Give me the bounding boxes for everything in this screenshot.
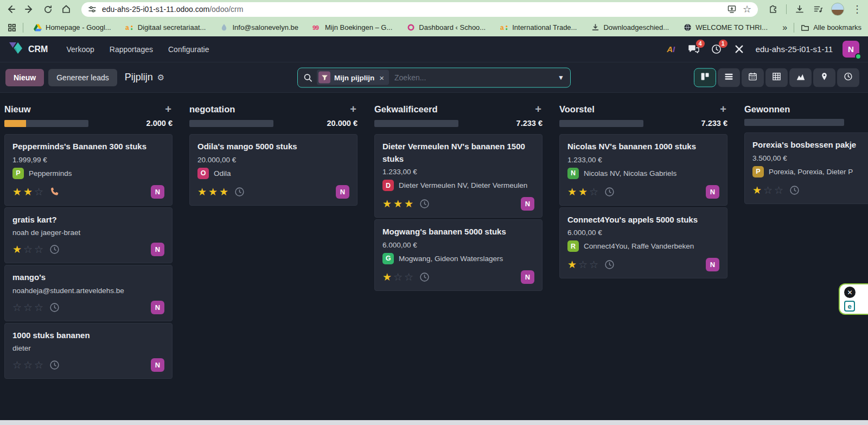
kanban-card[interactable]: Mogwang's bananen 5000 stuks 6.000,00 € … [374, 219, 542, 291]
downloads-icon[interactable] [794, 4, 805, 15]
eset-close-icon[interactable]: ✕ [844, 287, 856, 298]
kanban-card[interactable]: 1000 stuks bananen dieter ☆☆☆ N [4, 323, 173, 379]
search-bar[interactable]: Mijn pijplijn × Zoeken... ▼ [297, 67, 571, 87]
star-filled-icon[interactable]: ★ [12, 187, 22, 197]
home-icon[interactable] [61, 4, 72, 15]
clock-icon[interactable] [789, 185, 800, 195]
reload-icon[interactable] [42, 4, 53, 15]
star-empty-icon[interactable]: ☆ [578, 259, 588, 270]
add-record-icon[interactable]: + [720, 104, 726, 115]
profile-avatar[interactable] [831, 3, 844, 16]
star-filled-icon[interactable]: ★ [382, 272, 392, 282]
star-empty-icon[interactable]: ☆ [12, 360, 22, 370]
kanban-card[interactable]: Pepperminds's Bananen 300 stuks 1.999,99… [4, 134, 173, 206]
all-bookmarks-button[interactable]: Alle bookmarks [801, 23, 861, 32]
priority-stars[interactable]: ☆☆☆ [12, 302, 43, 313]
kanban-card[interactable]: mango's noahdeja@student.arteveldehs.be … [4, 265, 173, 321]
salesperson-avatar[interactable]: N [151, 185, 164, 199]
star-empty-icon[interactable]: ☆ [12, 302, 22, 313]
star-filled-icon[interactable]: ★ [752, 185, 762, 195]
search-placeholder[interactable]: Zoeken... [394, 73, 552, 82]
menu-kebab-icon[interactable]: ⋮ [852, 4, 863, 15]
priority-stars[interactable]: ☆☆☆ [12, 360, 43, 370]
bookmark-item[interactable]: Homepage - Googl... [33, 23, 111, 32]
star-empty-icon[interactable]: ☆ [763, 185, 773, 195]
clock-icon[interactable] [419, 199, 430, 209]
view-activity-button[interactable] [837, 68, 859, 87]
bookmark-item[interactable]: 99 Mijn Boekingen – G... [312, 23, 392, 32]
messages-icon[interactable]: 4 [687, 43, 700, 56]
forward-icon[interactable] [24, 4, 35, 15]
activities-icon[interactable]: 1 [710, 43, 723, 56]
column-progressbar[interactable] [744, 119, 844, 126]
back-icon[interactable] [5, 4, 16, 15]
bookmark-item[interactable]: Dashboard ‹ Schoo... [406, 23, 486, 32]
salesperson-avatar[interactable]: N [151, 243, 164, 256]
generate-leads-button[interactable]: Genereer leads [48, 69, 117, 86]
priority-stars[interactable]: ★☆☆ [567, 259, 598, 270]
filter-remove-icon[interactable]: × [378, 73, 385, 82]
kanban-card[interactable]: gratis kart? noah de jaeger-braet ★☆☆ N [4, 207, 173, 264]
star-empty-icon[interactable]: ☆ [774, 185, 783, 195]
bookmark-item[interactable]: WELCOME TO THRI... [683, 23, 768, 32]
tools-icon[interactable] [733, 43, 746, 56]
phone-icon[interactable] [49, 187, 60, 197]
view-pivot-button[interactable] [765, 68, 788, 87]
clock-icon[interactable] [604, 187, 615, 197]
star-empty-icon[interactable]: ☆ [34, 244, 43, 255]
address-bar[interactable]: edu-ahs-25-i01-s1-11.odoo.com/odoo/crm ☆ [81, 2, 758, 17]
priority-stars[interactable]: ★☆☆ [752, 185, 783, 195]
star-filled-icon[interactable]: ★ [23, 187, 33, 197]
salesperson-avatar[interactable]: N [151, 301, 164, 314]
star-empty-icon[interactable]: ☆ [34, 187, 43, 197]
column-progressbar[interactable] [189, 120, 273, 127]
priority-stars[interactable]: ★★☆ [567, 187, 598, 197]
star-empty-icon[interactable]: ☆ [393, 272, 403, 282]
bookmark-item[interactable]: a Digitaal secretariaat... [125, 23, 206, 32]
star-empty-icon[interactable]: ☆ [23, 244, 33, 255]
view-map-button[interactable] [813, 68, 835, 87]
salesperson-avatar[interactable]: N [151, 358, 164, 372]
nav-menu-verkoop[interactable]: Verkoop [66, 45, 94, 54]
horizontal-scrollbar[interactable] [0, 420, 868, 425]
column-progressbar[interactable] [559, 120, 643, 127]
extensions-icon[interactable] [768, 4, 778, 15]
search-dropdown-toggle[interactable]: ▼ [552, 68, 570, 87]
add-record-icon[interactable]: + [350, 104, 356, 115]
priority-stars[interactable]: ★★★ [197, 187, 228, 197]
view-graph-button[interactable] [789, 68, 812, 87]
star-filled-icon[interactable]: ★ [219, 187, 228, 197]
salesperson-avatar[interactable]: N [521, 270, 534, 284]
salesperson-avatar[interactable]: N [706, 258, 719, 271]
database-name[interactable]: edu-ahs-25-i01-s1-11 [756, 45, 833, 54]
salesperson-avatar[interactable]: N [336, 185, 349, 199]
new-button[interactable]: Nieuw [5, 69, 44, 86]
star-filled-icon[interactable]: ★ [197, 187, 207, 197]
star-filled-icon[interactable]: ★ [404, 199, 413, 209]
clock-icon[interactable] [234, 187, 245, 197]
user-avatar[interactable]: N [843, 41, 859, 58]
priority-stars[interactable]: ★★★ [382, 199, 413, 209]
star-empty-icon[interactable]: ☆ [34, 302, 43, 313]
bookmark-item[interactable]: Info@salonevelyn.be [220, 23, 298, 32]
bookmark-item[interactable]: a International Trade... [500, 23, 577, 32]
priority-stars[interactable]: ★★☆ [12, 187, 43, 197]
gear-icon[interactable]: ⚙ [157, 73, 164, 83]
star-filled-icon[interactable]: ★ [567, 259, 577, 270]
bookmark-star-icon[interactable]: ☆ [742, 4, 752, 15]
bookmark-item[interactable]: Downloadgeschied... [591, 23, 669, 32]
view-list-button[interactable] [718, 68, 740, 87]
site-settings-icon[interactable] [87, 4, 98, 15]
star-empty-icon[interactable]: ☆ [589, 259, 598, 270]
salesperson-avatar[interactable]: N [706, 185, 719, 199]
star-filled-icon[interactable]: ★ [567, 187, 577, 197]
priority-stars[interactable]: ★☆☆ [12, 244, 43, 255]
view-kanban-button[interactable] [694, 68, 716, 87]
clock-icon[interactable] [49, 360, 60, 370]
clock-icon[interactable] [419, 272, 430, 282]
kanban-card[interactable]: Odila's mango 5000 stuks 20.000,00 € O O… [189, 134, 358, 206]
star-empty-icon[interactable]: ☆ [404, 272, 413, 282]
star-filled-icon[interactable]: ★ [393, 199, 403, 209]
salesperson-avatar[interactable]: N [521, 197, 534, 211]
column-progressbar[interactable] [4, 120, 88, 127]
